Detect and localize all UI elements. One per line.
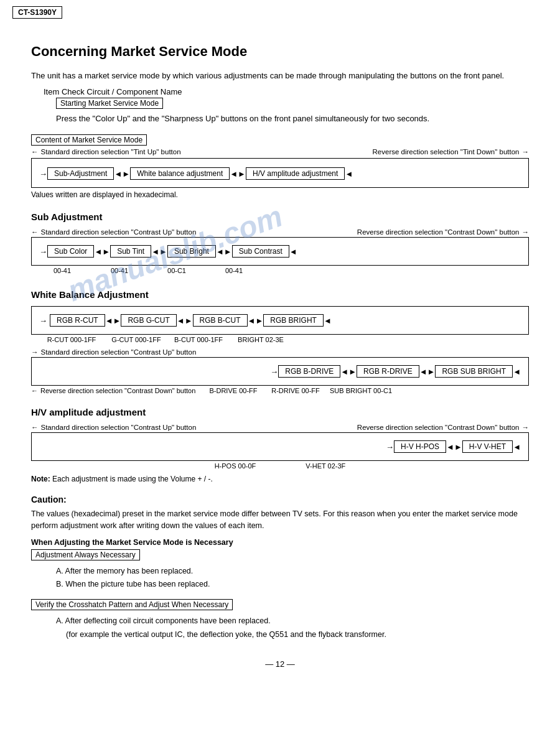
bcut-val: B-CUT 000-1FF — [170, 336, 226, 343]
hv-right-arrow: → — [522, 424, 530, 431]
wb2-arrow5: ► — [427, 367, 436, 376]
sub-std-label: Standard direction selection "Contrast U… — [41, 228, 197, 236]
item-label: Item Check Circuit / Component Name — [44, 87, 182, 96]
item-line: Item Check Circuit / Component Name — [44, 87, 529, 96]
wb-arrow4: ◄ — [177, 316, 185, 325]
verify-row: Verify the Crosshatch Pattern and Adjust… — [31, 599, 529, 610]
sub-adj-outer-box: → Sub Color ◄ ► Sub Tint ◄ ► Sub Bright … — [31, 237, 529, 266]
hv-hpos-box: H-V H-POS — [394, 440, 446, 453]
rev-tint-label: Reverse direction selection "Tint Down" … — [373, 148, 520, 156]
rdrive-val: R-DRIVE 00-FF — [268, 387, 324, 394]
hex-note: Values written are displayed in hexadeci… — [31, 190, 529, 199]
wb2-arrow4: ◄ — [419, 367, 427, 376]
wb-bottom-labels: ← Reverse direction selection "Contrast … — [31, 387, 529, 394]
sa-arrow3: ► — [102, 247, 110, 256]
hv-outer-box: → H-V H-POS ◄ ► H-V V-HET ◄ — [31, 432, 529, 461]
sub-right-arrow: → — [522, 228, 530, 236]
rgb-bright-box: RGB BRIGHT — [263, 314, 324, 327]
right-arrow-2: ► — [122, 169, 130, 179]
adj-list-b1: B. When the picture tube has been replac… — [56, 579, 529, 590]
wb-outer-box: → RGB R-CUT ◄ ► RGB G-CUT ◄ ► RGB B-CUT … — [31, 306, 529, 335]
hv-flow-row: → H-V H-POS ◄ ► H-V V-HET ◄ — [39, 440, 521, 453]
hv-left-arrow: ← — [31, 424, 39, 431]
rcut-val: R-CUT 000-1FF — [44, 336, 100, 343]
wb-arrow1: → — [39, 316, 47, 325]
wb-rev-arrow: ← — [31, 387, 38, 394]
service-flow-row: → Sub-Adjustment ◄ ► White balance adjus… — [39, 167, 521, 180]
wb2-arrow1: → — [270, 367, 278, 376]
note-bold: Note: — [31, 475, 50, 483]
sa-arrow7: ► — [224, 247, 232, 256]
subbright-val: SUB BRIGHT 00-C1 — [330, 387, 392, 394]
hv-heading: H/V amplitude adjustment — [31, 407, 529, 417]
starting-label-row: Starting Market Service Mode — [56, 98, 529, 109]
sub-bright-box: Sub Bright — [167, 245, 216, 258]
press-text: Press the "Color Up" and the "Sharpness … — [56, 113, 529, 125]
rgb-subbright-box: RGB SUB BRIGHT — [435, 365, 513, 378]
right-arrow-3: ► — [238, 169, 246, 179]
hv-std-label: Standard direction selection "Contrast U… — [41, 424, 197, 431]
sub-rev-label: Reverse direction selection "Contrast Do… — [357, 228, 520, 236]
sub-adj-arrow-row: ← Standard direction selection "Contrast… — [31, 228, 529, 236]
wb-arrow7: ► — [255, 316, 263, 325]
gcut-val: G-CUT 000-1FF — [108, 336, 164, 343]
adj-always-box: Adjustment Always Necessary — [31, 549, 140, 560]
model-label: CT-S1390Y — [12, 6, 62, 19]
sa-arrow8: ◄ — [289, 247, 297, 256]
hpos-val: H-POS 00-0F — [215, 462, 256, 470]
hv-vhet-box: H-V V-HET — [462, 440, 513, 453]
right-arrow-icon: → — [522, 148, 530, 156]
wb-values-top: R-CUT 000-1FF G-CUT 000-1FF B-CUT 000-1F… — [31, 336, 529, 343]
left-arrow-1: ◄ — [114, 169, 122, 179]
wb-heading: White Balance Adjustment — [31, 289, 529, 300]
sub-adj-flow-row: → Sub Color ◄ ► Sub Tint ◄ ► Sub Bright … — [39, 245, 521, 258]
rgb-rdrive-box: RGB R-DRIVE — [357, 365, 419, 378]
bdrive-val: B-DRIVE 00-FF — [205, 387, 261, 394]
wb2-arrow3: ► — [348, 367, 357, 376]
service-mode-box: → Sub-Adjustment ◄ ► White balance adjus… — [31, 158, 529, 188]
sub-color-val: 00-41 — [40, 267, 85, 274]
rgb-bcut-box: RGB B-CUT — [193, 314, 248, 327]
page-footer: — 12 — — [31, 659, 529, 669]
adj-list-a2b: (for example the vertical output IC, the… — [66, 629, 529, 641]
sub-adj-values-row: 00-41 00-41 00-C1 00-41 — [31, 267, 529, 274]
starting-label: Starting Market Service Mode — [56, 98, 163, 109]
rgb-bdrive-box: RGB B-DRIVE — [278, 365, 340, 378]
std-tint-label: Standard direction selection "Tint Up" b… — [41, 148, 181, 156]
intro-text: The unit has a market service mode by wh… — [31, 70, 529, 82]
sa-arrow4: ◄ — [151, 247, 159, 256]
adj-always-row: Adjustment Always Necessary — [31, 549, 529, 560]
caution-heading: Caution: — [31, 495, 529, 504]
hv-arrow1: → — [386, 442, 394, 452]
adj-list-a2: A. After deflecting coil circuit compone… — [56, 615, 529, 627]
page-container: CT-S1390Y Concerning Market Service Mode… — [0, 0, 560, 694]
vhet-val: V-HET 02-3F — [306, 462, 345, 470]
left-arrow-icon: ← — [31, 148, 39, 156]
left-arrow-3: ◄ — [230, 169, 238, 179]
right-arrow-start: → — [39, 169, 47, 179]
wb-std-arrow: → — [31, 348, 39, 356]
note-content: Each adjustment is made using the Volume… — [52, 475, 213, 483]
sub-tint-box: Sub Tint — [110, 245, 151, 258]
bright-val: BRIGHT 02-3E — [233, 336, 289, 343]
sub-contrast-val: 00-41 — [212, 267, 256, 274]
rgb-gcut-box: RGB G-CUT — [121, 314, 176, 327]
hv-values-row: H-POS 00-0F V-HET 02-3F — [31, 462, 529, 470]
tint-arrow-row: ← Standard direction selection "Tint Up"… — [31, 148, 529, 156]
hv-arrow-row: ← Standard direction selection "Contrast… — [31, 424, 529, 431]
white-balance-box: White balance adjustment — [130, 167, 230, 180]
content-label: Content of Market Service Mode — [31, 134, 147, 146]
sa-arrow1: → — [39, 247, 47, 256]
when-adj-label: When Adjusting the Market Service Mode i… — [31, 538, 529, 547]
wb-rev-label: Reverse direction selection "Contrast Do… — [40, 387, 195, 394]
hv-rev-label: Reverse direction selection "Contrast Do… — [357, 424, 520, 431]
sub-tint-val: 00-41 — [97, 267, 142, 274]
wb2-arrow6: ◄ — [513, 367, 521, 376]
wb-arrow8: ◄ — [324, 316, 332, 325]
sa-arrow5: ► — [159, 247, 167, 256]
verify-box: Verify the Crosshatch Pattern and Adjust… — [31, 599, 233, 610]
hv-arrow4: ◄ — [513, 442, 521, 452]
wb-std-row: → Standard direction selection "Contrast… — [31, 348, 529, 356]
wb-std-label: Standard direction selection "Contrast U… — [41, 348, 197, 356]
page-title: Concerning Market Service Mode — [31, 44, 529, 60]
